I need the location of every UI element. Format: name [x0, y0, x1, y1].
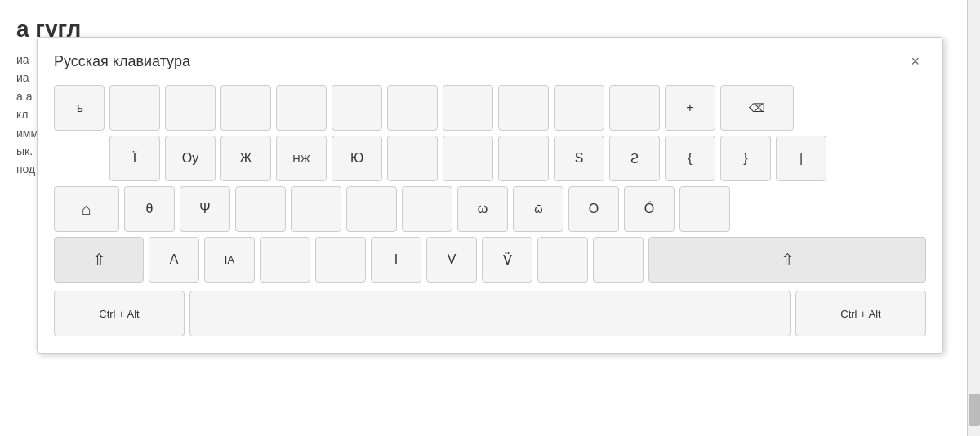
key-ia[interactable]: IA [204, 237, 255, 283]
key-o-acute[interactable]: Ó [624, 186, 675, 232]
close-button[interactable]: × [904, 51, 926, 72]
key-v[interactable]: V [426, 237, 477, 283]
key-i[interactable]: I [371, 237, 421, 283]
key-right-brace[interactable]: } [720, 136, 771, 181]
key-empty[interactable] [387, 136, 438, 181]
key-empty[interactable] [387, 85, 438, 131]
keyboard-rows: ъ + ⌫ Ï Oy Ж НЖ Ю S Ƨ { } [54, 85, 926, 336]
key-ctrl-alt-left[interactable]: Ctrl + Alt [54, 291, 185, 336]
key-empty[interactable] [443, 85, 493, 131]
key-empty[interactable] [315, 237, 366, 283]
key-row-3: ⌂ θ Ψ ω ω̄ O Ó [54, 186, 926, 232]
keyboard-header: Русская клавиатура × [54, 51, 926, 72]
key-v-diaeresis[interactable]: V̈ [482, 237, 532, 283]
key-s[interactable]: S [554, 136, 604, 181]
key-plus[interactable]: + [665, 85, 715, 131]
scrollbar[interactable] [967, 0, 980, 436]
key-row-2: Ï Oy Ж НЖ Ю S Ƨ { } | [54, 136, 926, 181]
key-a[interactable]: A [149, 237, 199, 283]
key-empty[interactable] [109, 85, 160, 131]
key-empty[interactable] [402, 186, 452, 232]
key-omega[interactable]: ω [457, 186, 508, 232]
key-empty[interactable] [260, 237, 310, 283]
key-shift-left[interactable]: ⇧ [54, 237, 144, 283]
key-empty[interactable] [537, 237, 588, 283]
key-empty[interactable] [235, 186, 286, 232]
key-empty[interactable] [679, 186, 730, 232]
key-backspace[interactable]: ⌫ [720, 85, 794, 131]
key-empty[interactable] [276, 85, 327, 131]
key-hard-sign[interactable]: ъ [54, 85, 105, 131]
key-empty[interactable] [332, 85, 382, 131]
key-omega-bar[interactable]: ω̄ [513, 186, 564, 232]
key-row-1: ъ + ⌫ [54, 85, 926, 131]
key-i-diaeresis[interactable]: Ï [109, 136, 160, 181]
key-empty[interactable] [498, 136, 549, 181]
key-empty[interactable] [443, 136, 493, 181]
key-left-brace[interactable]: { [665, 136, 715, 181]
key-psi[interactable]: Ψ [180, 186, 230, 232]
key-empty[interactable] [554, 85, 604, 131]
key-s-cedilla[interactable]: Ƨ [609, 136, 660, 181]
key-space[interactable] [189, 291, 791, 336]
keyboard-overlay: Русская клавиатура × ъ + ⌫ Ï Oy Ж НЖ Ю [37, 37, 943, 354]
key-pipe[interactable]: | [776, 136, 826, 181]
key-yu[interactable]: Ю [332, 136, 382, 181]
key-nzh[interactable]: НЖ [276, 136, 327, 181]
key-empty[interactable] [291, 186, 341, 232]
key-zh[interactable]: Ж [220, 136, 271, 181]
key-empty[interactable] [165, 85, 216, 131]
key-empty[interactable] [346, 186, 397, 232]
key-empty[interactable] [220, 85, 271, 131]
key-oy[interactable]: Oy [165, 136, 216, 181]
key-shift-right[interactable]: ⇧ [648, 237, 926, 283]
key-ctrl-alt-right[interactable]: Ctrl + Alt [795, 291, 926, 336]
key-empty[interactable] [609, 85, 660, 131]
key-row-4: ⇧ A IA I V V̈ ⇧ [54, 237, 926, 283]
key-circle[interactable]: O [568, 186, 619, 232]
scrollbar-thumb[interactable] [969, 394, 980, 426]
key-home[interactable]: ⌂ [54, 186, 119, 232]
key-row-bottom: Ctrl + Alt Ctrl + Alt [54, 291, 926, 336]
key-empty[interactable] [498, 85, 549, 131]
key-empty[interactable] [593, 237, 644, 283]
keyboard-title: Русская клавиатура [54, 53, 190, 70]
key-theta[interactable]: θ [124, 186, 175, 232]
